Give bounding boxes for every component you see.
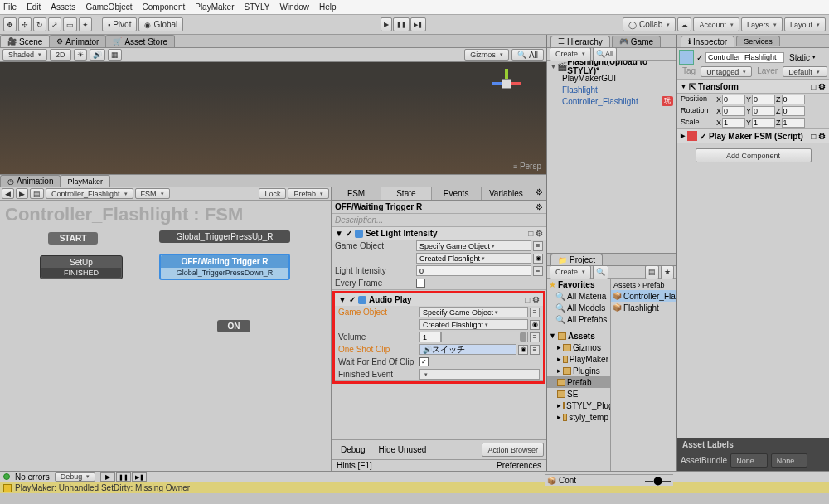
ptab-events[interactable]: Events <box>432 187 482 200</box>
play-button[interactable] <box>381 17 392 32</box>
fsm-enable-checkbox[interactable]: ✓ <box>700 132 706 141</box>
asset-item-selected[interactable]: 📦 Controller_Flas <box>611 290 676 302</box>
assetbundle-dropdown[interactable]: None <box>730 453 768 468</box>
global-button[interactable]: ◉ Global <box>138 17 183 32</box>
action-gear-icon[interactable]: □ ⚙ <box>525 295 540 304</box>
action-browser-button[interactable]: Action Browser <box>482 443 544 457</box>
filter-icon[interactable]: ▤ <box>645 265 659 279</box>
layout-dropdown[interactable]: Layout <box>784 17 826 32</box>
ptab-variables[interactable]: Variables <box>482 187 531 200</box>
hints-label[interactable]: Hints [F1] <box>337 461 372 470</box>
tab-inspector[interactable]: ℹ Inspector <box>681 36 734 47</box>
active-checkbox[interactable]: ✓ <box>696 53 703 62</box>
fsm-object-dropdown[interactable]: Controller_Flashlight <box>46 188 133 199</box>
transform-header[interactable]: ▼⇱ Transform□ ⚙ <box>677 80 829 94</box>
scale-z[interactable] <box>782 118 805 128</box>
tool-scale-icon[interactable]: ⤢ <box>48 17 61 32</box>
fsm-pause-icon[interactable] <box>116 472 131 482</box>
project-create-dropdown[interactable]: Create <box>550 265 591 279</box>
rot-y[interactable] <box>752 106 775 116</box>
folder-item[interactable]: ▸Gizmos <box>547 342 610 353</box>
tool-move-icon[interactable]: ✢ <box>18 17 32 32</box>
menu-gameobject[interactable]: GameObject <box>85 2 132 12</box>
all-search[interactable]: 🔍 All <box>511 49 544 61</box>
hier-item[interactable]: Flashlight <box>547 84 676 95</box>
menu-edit[interactable]: Edit <box>27 2 41 12</box>
object-name-input[interactable] <box>705 52 784 63</box>
orientation-gizmo[interactable] <box>492 69 521 99</box>
debug-dropdown[interactable]: Debug <box>55 472 96 482</box>
hier-item[interactable]: Controller_Flashlight玩 <box>547 95 676 107</box>
tab-playmaker[interactable]: PlayMaker <box>60 175 110 187</box>
folder-item[interactable]: ▸PlayMaker <box>547 353 610 365</box>
pause-button[interactable] <box>393 17 410 32</box>
gameobject-ref[interactable]: Created Flashlight <box>416 253 531 264</box>
tab-animation[interactable]: ◷ Animation <box>0 175 61 187</box>
folder-item[interactable]: SE <box>547 388 610 400</box>
fsm-fwd-icon[interactable]: ▶ <box>16 188 28 199</box>
var-toggle-icon[interactable]: ≡ <box>533 241 543 251</box>
ptab-fsm[interactable]: FSM <box>332 187 381 200</box>
ptab-state[interactable]: State <box>381 187 431 200</box>
action-enable-checkbox[interactable]: ✓ <box>346 229 352 238</box>
fav-item[interactable]: 🔍All Models <box>547 302 610 313</box>
preferences-label[interactable]: Preferences <box>497 461 541 470</box>
rot-z[interactable] <box>782 106 805 116</box>
foldout-icon[interactable]: ▼ <box>338 295 347 304</box>
layer-dropdown[interactable]: Default <box>783 66 827 77</box>
assetbundle-variant-dropdown[interactable]: None <box>771 453 808 468</box>
pos-y[interactable] <box>752 94 775 104</box>
fsm-up-icon[interactable]: ▤ <box>30 188 44 199</box>
node-off-selected[interactable]: OFF/Waiting Trigger RGlobal_TriggerPress… <box>159 254 290 280</box>
menu-window[interactable]: Window <box>279 2 309 12</box>
account-dropdown[interactable]: Account <box>693 17 739 32</box>
star-icon[interactable]: ★ <box>661 265 674 279</box>
tool-rect-icon[interactable]: ▭ <box>63 17 77 32</box>
tab-asset-store[interactable]: 🛒 Asset Store <box>105 35 175 47</box>
picker-icon[interactable]: ◉ <box>533 254 543 264</box>
tool-transform-icon[interactable]: ✦ <box>79 17 92 32</box>
menu-help[interactable]: Help <box>319 2 337 12</box>
pos-x[interactable] <box>722 94 745 104</box>
add-component-button[interactable]: Add Component <box>696 148 812 162</box>
menu-file[interactable]: File <box>3 2 17 12</box>
fav-item[interactable]: 🔍All Prefabs <box>547 313 610 325</box>
menu-styly[interactable]: STYLY <box>244 2 269 12</box>
picker-icon[interactable]: ◉ <box>518 345 528 355</box>
mode-2d-button[interactable]: 2D <box>50 49 71 61</box>
fsm-lock-button[interactable]: Lock <box>259 188 286 199</box>
fsm-step-icon[interactable] <box>132 472 147 482</box>
pos-z[interactable] <box>782 94 805 104</box>
node-setup[interactable]: SetUpFINISHED <box>40 255 123 279</box>
menu-playmaker[interactable]: PlayMaker <box>195 2 234 12</box>
node-start[interactable]: START <box>48 232 98 245</box>
search-icon[interactable]: 🔍 <box>593 265 608 279</box>
volume-slider[interactable] <box>441 332 528 342</box>
tag-dropdown[interactable]: Untagged <box>701 66 752 77</box>
folder-item[interactable]: ▸styly_temp <box>547 411 610 423</box>
audio-icon[interactable]: 🔊 <box>90 49 105 61</box>
collab-dropdown[interactable]: ◯ Collab <box>623 17 676 32</box>
folder-item[interactable]: ▸Plugins <box>547 365 610 376</box>
menu-assets[interactable]: Assets <box>51 2 75 12</box>
light-icon[interactable]: ☀ <box>74 49 87 61</box>
search-icon[interactable]: 🔍All <box>593 47 617 61</box>
fsm-back-icon[interactable]: ◀ <box>2 188 14 199</box>
tool-rotate-icon[interactable]: ↻ <box>33 17 46 32</box>
project-crumb[interactable]: Assets › Prefab <box>611 279 676 290</box>
tab-hierarchy[interactable]: ☰ Hierarchy <box>550 36 610 47</box>
folder-item[interactable]: ▸STYLY_Plug <box>547 400 610 411</box>
tab-animator[interactable]: ⚙ Animator <box>49 35 106 47</box>
intensity-input[interactable]: 0 <box>416 265 531 276</box>
state-gear-icon[interactable]: ⚙ <box>536 202 543 211</box>
state-description[interactable]: Description... <box>332 214 546 227</box>
pivot-button[interactable]: ▪ Pivot <box>102 17 137 32</box>
var-toggle-icon[interactable]: ≡ <box>533 266 543 276</box>
gameobject-ref[interactable]: Created Flashlight <box>419 319 528 330</box>
action-enable-checkbox[interactable]: ✓ <box>349 295 356 304</box>
shaded-dropdown[interactable]: Shaded <box>2 49 47 61</box>
menu-component[interactable]: Component <box>143 2 186 12</box>
playmaker-fsm-header[interactable]: ▶✓Play Maker FSM (Script)□ ⚙ <box>677 128 829 143</box>
rot-x[interactable] <box>722 106 745 116</box>
layers-dropdown[interactable]: Layers <box>741 17 783 32</box>
